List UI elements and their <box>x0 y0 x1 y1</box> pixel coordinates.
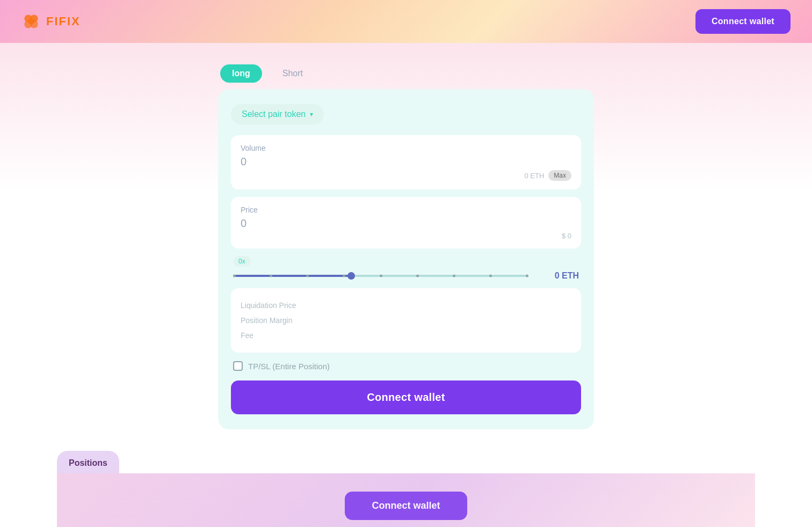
trading-card: Select pair token ▾ Volume 0 0 ETH Max P… <box>218 89 594 429</box>
chevron-down-icon: ▾ <box>310 111 313 118</box>
card-wrapper: long Short Select pair token ▾ Volume 0 … <box>218 64 594 429</box>
slider-dot <box>489 275 492 277</box>
volume-label: Volume <box>241 144 571 152</box>
volume-input-row: 0 <box>241 156 571 168</box>
volume-sub-row: 0 ETH Max <box>241 170 571 181</box>
max-button[interactable]: Max <box>548 170 571 181</box>
tab-short[interactable]: Short <box>271 64 315 83</box>
price-input-group: Price 0 $ 0 <box>231 197 581 248</box>
slider-dot <box>416 275 419 277</box>
card-connect-wallet-button[interactable]: Connect wallet <box>231 380 581 414</box>
main-content: long Short Select pair token ▾ Volume 0 … <box>0 43 812 527</box>
slider-dot <box>380 275 382 277</box>
tpsl-row: TP/SL (Entire Position) <box>231 361 581 371</box>
volume-eth-label: 0 ETH <box>524 172 544 180</box>
positions-connect-wallet-button[interactable]: Connect wallet <box>345 492 467 520</box>
slider-row: 0 ETH <box>233 271 579 281</box>
volume-value: 0 <box>241 156 247 168</box>
logo-text: FIFIX <box>46 14 81 28</box>
price-label: Price <box>241 206 571 214</box>
positions-content: Connect wallet <box>57 473 755 527</box>
trade-tabs: long Short <box>218 64 594 83</box>
price-dollar-label: $ 0 <box>241 232 571 240</box>
logo-icon <box>21 12 41 31</box>
price-input-row: 0 <box>241 217 571 230</box>
tpsl-label: TP/SL (Entire Position) <box>248 362 330 371</box>
volume-input-group: Volume 0 0 ETH Max <box>231 135 581 189</box>
positions-label: Positions <box>57 453 119 473</box>
slider-dot <box>526 275 528 277</box>
price-value: 0 <box>241 217 247 230</box>
svg-point-4 <box>28 19 34 25</box>
logo: FIFIX <box>21 12 81 31</box>
info-section: Liquidation Price Position Margin Fee <box>231 288 581 353</box>
select-pair-label: Select pair token <box>242 109 306 119</box>
slider-thumb <box>347 272 355 280</box>
position-margin-row: Position Margin <box>241 313 571 328</box>
slider-fill <box>233 275 351 277</box>
liquidation-price-row: Liquidation Price <box>241 298 571 313</box>
leverage-eth-value: 0 ETH <box>536 271 579 281</box>
slider-dot <box>453 275 455 277</box>
leverage-section: 0x <box>231 256 581 281</box>
header: FIFIX Connect wallet <box>0 0 812 43</box>
header-connect-wallet-button[interactable]: Connect wallet <box>695 9 791 34</box>
positions-section: Positions Connect wallet <box>57 451 755 527</box>
leverage-label: 0x <box>233 256 251 267</box>
fee-row: Fee <box>241 328 571 343</box>
slider-track[interactable] <box>233 275 528 277</box>
tpsl-checkbox[interactable] <box>233 361 243 371</box>
tab-long[interactable]: long <box>220 64 262 83</box>
select-pair-token-button[interactable]: Select pair token ▾ <box>231 104 324 125</box>
